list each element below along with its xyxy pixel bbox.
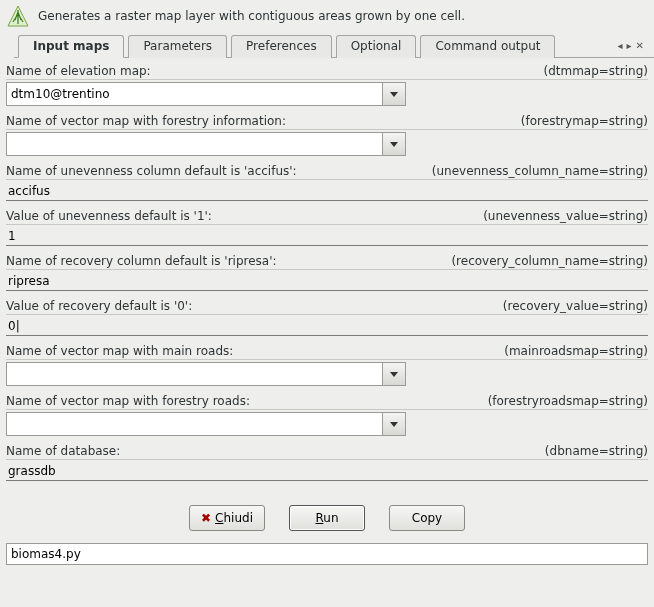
tab-input-maps[interactable]: Input maps xyxy=(18,35,124,58)
input-unevenness-col[interactable] xyxy=(6,182,648,201)
input-recovery-col[interactable] xyxy=(6,272,648,291)
tab-next-icon[interactable]: ▸ xyxy=(627,40,632,51)
tab-close-icon[interactable]: ✕ xyxy=(636,40,644,51)
close-button[interactable]: ✖ Chiudi xyxy=(189,505,265,531)
param-unevenness-col: (unevenness_column_name=string) xyxy=(432,164,648,178)
command-preview-input[interactable] xyxy=(6,543,648,565)
run-button-label-rest: un xyxy=(323,511,338,525)
input-recovery-val[interactable] xyxy=(6,317,648,336)
combo-forestry[interactable] xyxy=(6,132,406,156)
label-elevation: Name of elevation map: xyxy=(6,64,151,78)
header-description: Generates a raster map layer with contig… xyxy=(38,9,465,23)
input-unevenness-val[interactable] xyxy=(6,227,648,246)
header: Generates a raster map layer with contig… xyxy=(0,0,654,34)
param-unevenness-val: (unevenness_value=string) xyxy=(483,209,648,223)
tab-scroll-controls: ◂ ▸ ✕ xyxy=(618,34,650,57)
combo-elevation[interactable] xyxy=(6,82,406,106)
param-forestry: (forestrymap=string) xyxy=(521,114,648,128)
param-dbname: (dbname=string) xyxy=(545,444,648,458)
close-icon: ✖ xyxy=(201,511,211,525)
field-unevenness-val: Value of unevenness default is '1': (une… xyxy=(6,207,648,250)
dropdown-icon[interactable] xyxy=(382,412,406,436)
command-preview xyxy=(6,543,648,565)
label-forestryroads: Name of vector map with forestry roads: xyxy=(6,394,250,408)
field-forestry: Name of vector map with forestry informa… xyxy=(6,112,648,160)
grass-icon xyxy=(6,4,30,28)
form-input-maps: Name of elevation map: (dtmmap=string) N… xyxy=(0,58,654,485)
label-dbname: Name of database: xyxy=(6,444,120,458)
label-unevenness-val: Value of unevenness default is '1': xyxy=(6,209,212,223)
input-mainroads[interactable] xyxy=(6,362,382,386)
input-forestryroads[interactable] xyxy=(6,412,382,436)
param-recovery-col: (recovery_column_name=string) xyxy=(451,254,648,268)
label-recovery-col: Name of recovery column default is 'ripr… xyxy=(6,254,277,268)
label-unevenness-col: Name of unevenness column default is 'ac… xyxy=(6,164,297,178)
copy-button-label: Copy xyxy=(412,511,442,525)
param-elevation: (dtmmap=string) xyxy=(543,64,648,78)
field-recovery-val: Value of recovery default is '0': (recov… xyxy=(6,297,648,340)
tab-bar: Input maps Parameters Preferences Option… xyxy=(14,34,654,58)
field-dbname: Name of database: (dbname=string) xyxy=(6,442,648,485)
field-unevenness-col: Name of unevenness column default is 'ac… xyxy=(6,162,648,205)
field-elevation: Name of elevation map: (dtmmap=string) xyxy=(6,62,648,110)
tab-parameters[interactable]: Parameters xyxy=(128,35,227,58)
param-mainroads: (mainroadsmap=string) xyxy=(504,344,648,358)
tab-prev-icon[interactable]: ◂ xyxy=(618,40,623,51)
field-mainroads: Name of vector map with main roads: (mai… xyxy=(6,342,648,390)
run-button[interactable]: Run xyxy=(289,505,365,531)
field-recovery-col: Name of recovery column default is 'ripr… xyxy=(6,252,648,295)
tab-command-output[interactable]: Command output xyxy=(420,35,555,58)
label-recovery-val: Value of recovery default is '0': xyxy=(6,299,192,313)
label-mainroads: Name of vector map with main roads: xyxy=(6,344,233,358)
combo-forestryroads[interactable] xyxy=(6,412,406,436)
input-dbname[interactable] xyxy=(6,462,648,481)
dropdown-icon[interactable] xyxy=(382,82,406,106)
param-forestryroads: (forestryroadsmap=string) xyxy=(488,394,648,408)
button-row: ✖ Chiudi Run Copy xyxy=(0,487,654,543)
tab-preferences[interactable]: Preferences xyxy=(231,35,332,58)
copy-button[interactable]: Copy xyxy=(389,505,465,531)
input-elevation[interactable] xyxy=(6,82,382,106)
close-button-label-rest: hiudi xyxy=(223,511,253,525)
tab-optional[interactable]: Optional xyxy=(336,35,417,58)
input-forestry[interactable] xyxy=(6,132,382,156)
combo-mainroads[interactable] xyxy=(6,362,406,386)
dropdown-icon[interactable] xyxy=(382,132,406,156)
dropdown-icon[interactable] xyxy=(382,362,406,386)
label-forestry: Name of vector map with forestry informa… xyxy=(6,114,286,128)
param-recovery-val: (recovery_value=string) xyxy=(503,299,648,313)
field-forestryroads: Name of vector map with forestry roads: … xyxy=(6,392,648,440)
